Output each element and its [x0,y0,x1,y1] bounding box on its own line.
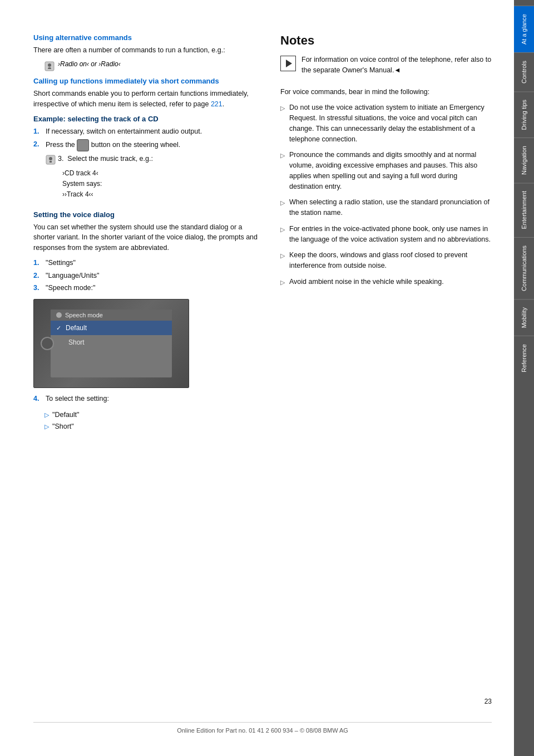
bullet-arrow-3: ▷ [280,198,285,208]
calling-body: Short commands enable you to perform cer… [33,89,258,110]
notes-title: Notes [280,33,492,48]
voice-icon-2 [46,155,56,165]
step4-list: 4. To select the setting: [33,394,258,404]
tab-communications[interactable]: Communications [514,237,534,299]
speech-mode-items: ✓ Default Short [51,321,172,350]
speech-mode-title-bar: Speech mode [51,310,172,321]
vd-step-3: 3. "Speech mode:" [33,283,258,293]
play-icon-box [280,56,296,71]
knob-icon [41,337,54,350]
vd-step-1: 1. "Settings" [33,258,258,268]
bullet-arrow-6: ▷ [280,278,285,287]
tab-driving-tips[interactable]: Driving tips [514,91,534,138]
tab-navigation[interactable]: Navigation [514,138,534,183]
tab-controls[interactable]: Controls [514,52,534,91]
cd-step-3: 3. Select the music track, e.g.: ›CD tra… [33,154,258,200]
cd-steps-list: 1. If necessary, switch on entertainment… [33,126,258,200]
notes-bullets: ▷ Do not use the voice activation system… [280,102,492,287]
bullet-arrow-1: ▷ [280,104,285,113]
voice-dialog-steps: 1. "Settings" 2. "Language/Units" 3. "Sp… [33,258,258,293]
checkmark-icon: ✓ [56,325,61,332]
note-5: ▷ Keep the doors, windows and glass roof… [280,250,492,271]
speech-default-option: ✓ Default [51,321,172,335]
voice-dialog-body: You can set whether the system should us… [33,222,258,253]
tab-reference[interactable]: Reference [514,336,534,380]
page-number: 23 [33,698,492,705]
cd-example-title: Example: selecting the track of a CD [33,115,258,123]
note-6: ▷ Avoid ambient noise in the vehicle whi… [280,277,492,287]
step4-subbullets: ▷ "Default" ▷ "Short" [44,410,258,432]
tab-entertainment[interactable]: Entertainment [514,183,534,237]
svg-point-5 [49,157,52,160]
footer-text: Online Edition for Part no. 01 41 2 600 … [33,722,492,734]
note-1: ▷ Do not use the voice activation system… [280,102,492,144]
speech-mode-screenshot: Speech mode ✓ Default Short [33,299,189,388]
play-triangle-icon [286,60,292,67]
voice-icon [44,61,55,71]
speech-short-option: Short [51,335,172,350]
bullet-arrow-4: ▷ [280,225,285,234]
alt-commands-example: ›Radio on‹ or ›Radio‹ [44,60,258,71]
speech-mode-icon [56,312,62,318]
alt-commands-section: Using alternative commands There are oft… [33,33,258,71]
tab-at-a-glance[interactable]: At a glance [514,6,534,52]
alt-commands-body: There are often a number of commands to … [33,45,258,56]
note-4: ▷ For entries in the voice-activated pho… [280,224,492,245]
cd-example-lines: ›CD track 4‹ System says: ››Track 4‹‹ [62,168,153,200]
cd-step-2: 2. Press the button on the steering whee… [33,139,258,151]
note-3: ▷ When selecting a radio station, use th… [280,197,492,218]
speech-mode-title-text: Speech mode [65,312,103,318]
svg-rect-6 [50,161,52,163]
notes-box-text: For information on voice control of the … [301,55,492,76]
note-2: ▷ Pronounce the commands and digits smoo… [280,150,492,192]
alt-commands-title: Using alternative commands [33,33,258,42]
bullet-arrow-2: ▷ [280,151,285,160]
alt-commands-example-text: ›Radio on‹ or ›Radio‹ [58,60,121,68]
vd-step-2: 2. "Language/Units" [33,271,258,281]
cd-step-3-label: 3. Select the music track, e.g.: [58,154,153,164]
sidebar-tabs: At a glance Controls Driving tips Naviga… [514,0,534,756]
step4-default: ▷ "Default" [44,410,258,420]
steering-wheel-button [77,139,89,151]
step4-short: ▷ "Short" [44,421,258,432]
tab-mobility[interactable]: Mobility [514,299,534,336]
cd-example-section: Example: selecting the track of a CD 1. … [33,115,258,200]
notes-box: For information on voice control of the … [280,55,492,80]
footer: 23 Online Edition for Part no. 01 41 2 6… [33,698,492,734]
step4-item: 4. To select the setting: [33,394,258,404]
arrow-icon-1: ▷ [44,410,49,420]
bullet-arrow-5: ▷ [280,251,285,261]
calling-title: Calling up functions immediately via sho… [33,77,258,85]
calling-section: Calling up functions immediately via sho… [33,77,258,110]
cd-step-1: 1. If necessary, switch on entertainment… [33,126,258,137]
voice-dialog-section: Setting the voice dialog You can set whe… [33,210,258,432]
svg-point-1 [48,63,51,67]
notes-intro: For voice commands, bear in mind the fol… [280,87,492,97]
voice-dialog-title: Setting the voice dialog [33,210,258,219]
arrow-icon-2: ▷ [44,422,49,432]
